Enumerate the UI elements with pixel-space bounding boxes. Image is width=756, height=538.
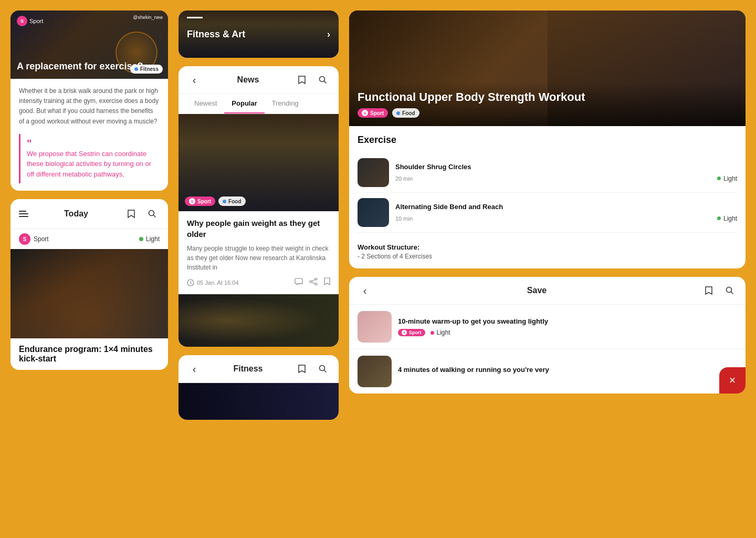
exercise-1-image [358,158,389,187]
sport-tag-pink: S Sport [185,196,215,206]
news-article-1: S Sport Food Why people gain weight as t… [178,114,339,294]
tab-newest[interactable]: Newest [187,94,224,113]
svg-line-12 [324,370,326,373]
save-item-2-image [358,356,392,387]
workout-img-overlay [10,249,168,338]
fitness-bookmark-button[interactable] [295,361,309,376]
article-text: Whether it be a brisk walk around the pa… [19,86,160,127]
save-item-1-thumbnail [358,311,392,343]
save-header: ‹ Save [349,277,746,305]
fitness-back-button[interactable]: ‹ [187,361,202,376]
news-date: 05 Jan. At 16:04 [197,280,239,286]
exercise-1-level-dot [717,177,721,180]
fitness-art-card: Fitness & Art › [178,11,339,58]
functional-content: Exercise Shoulder Shrug Circles 20 min L… [349,126,746,268]
comment-button[interactable] [295,278,303,287]
tab-trending[interactable]: Trending [265,94,306,113]
news-card: ‹ News [178,66,339,347]
svg-line-1 [154,215,156,218]
workout-structure-sub: - 2 Sections of 4 Exercises [358,253,737,260]
functional-title-overlay: Functional Upper Body Strength Workout S… [349,82,746,126]
save-bookmark-button[interactable] [701,283,716,298]
exercise-2-meta: 10 min Light [395,215,737,222]
news-actions [295,277,330,288]
save-item-1-meta: S Sport Light [398,329,737,336]
news-article-2-img-inner [178,294,339,347]
save-item-1-sport-tag: S Sport [398,329,425,336]
news-article-meta: 05 Jan. At 16:04 [187,277,330,288]
today-card: Today S [10,199,168,370]
search-icon [148,210,156,218]
hamburger-icon[interactable] [19,211,28,217]
today-title: Today [64,209,88,219]
fitness-bookmark-icon [298,365,306,374]
close-button[interactable]: × [719,367,746,394]
exercise-item-2: Alternating Side Bend and Reach 10 min L… [358,193,737,233]
functional-card: Functional Upper Body Strength Workout S… [349,11,746,268]
news-search-button[interactable] [316,73,330,87]
comment-icon [295,278,303,285]
tab-popular[interactable]: Popular [224,94,264,113]
article-bookmark-button[interactable] [324,277,330,288]
svg-line-3 [324,81,326,84]
workout-structure-text: Workout Structure: [358,243,737,251]
bookmark-icon [127,209,135,219]
save-search-button[interactable] [722,283,737,298]
exercise-2-level-label: Light [723,215,737,222]
bookmark-button[interactable] [124,206,139,221]
exercise-2-thumbnail [358,198,389,227]
news-article-image: S Sport Food [178,114,339,211]
news-tabs: Newest Popular Trending [178,94,339,114]
news-search-icon [319,76,327,84]
article-card-1: S Sport @shekin_new A replacement for ex… [10,11,168,191]
svg-point-8 [310,281,312,283]
article-hero-image: S Sport @shekin_new A replacement for ex… [10,11,168,79]
exercise-2-image [358,198,389,227]
sport-tag: S Sport [19,233,49,245]
fitness-card: ‹ Fitness [178,355,339,420]
fitness-art-title: Fitness & Art [187,29,245,40]
save-back-button[interactable]: ‹ [358,283,372,298]
fitness-dot [134,67,138,71]
save-header-icons [701,283,737,298]
sport-s-avatar: S [189,198,195,204]
column-2: Fitness & Art › ‹ News [178,11,339,527]
news-article-content: Why people gain weight as they get older… [178,211,339,294]
close-icon: × [729,374,736,387]
article-bookmark-icon [324,277,330,286]
news-article-2 [178,294,339,347]
author-name: Sport [29,18,43,24]
save-item-1-level-dot [430,331,434,335]
share-button[interactable] [309,278,318,287]
share-icon [309,278,318,285]
functional-badges: S Sport Food [358,108,737,118]
column-3: Functional Upper Body Strength Workout S… [349,11,746,527]
author-avatar: S [17,16,27,26]
save-item-1-sport-label: Sport [409,330,422,335]
fitness-header: ‹ Fitness [178,355,339,383]
workout-title: Endurance program: 1×4 minutes kick-star… [10,338,168,370]
article-badges: Fitness [130,65,163,74]
today-meta: S Sport Light [10,229,168,249]
light-label: Light [146,235,160,243]
article-body: Whether it be a brisk walk around the pa… [10,79,168,191]
chevron-right-icon[interactable]: › [327,29,330,40]
light-tag: Light [139,235,160,243]
quote-text: We propose that Sestrin can coordinate t… [27,149,153,180]
functional-food-dot [396,111,400,115]
save-item-1-level: Light [430,329,450,336]
fitness-header-icons [295,361,330,376]
fitness-search-button[interactable] [316,361,330,376]
today-header: Today [10,199,168,229]
news-back-button[interactable]: ‹ [187,73,202,87]
svg-point-7 [315,283,317,285]
news-article-title: Why people gain weight as they get older [187,218,330,240]
author-handle: @shekin_new [133,15,163,20]
news-bookmark-button[interactable] [295,73,309,87]
news-bookmark-icon [298,76,306,85]
save-back-icon: ‹ [363,285,367,297]
search-button[interactable] [145,206,160,221]
back-arrow-icon: ‹ [193,74,196,86]
save-bookmark-icon [705,286,712,295]
exercise-item-1: Shoulder Shrug Circles 20 min Light [358,153,737,193]
